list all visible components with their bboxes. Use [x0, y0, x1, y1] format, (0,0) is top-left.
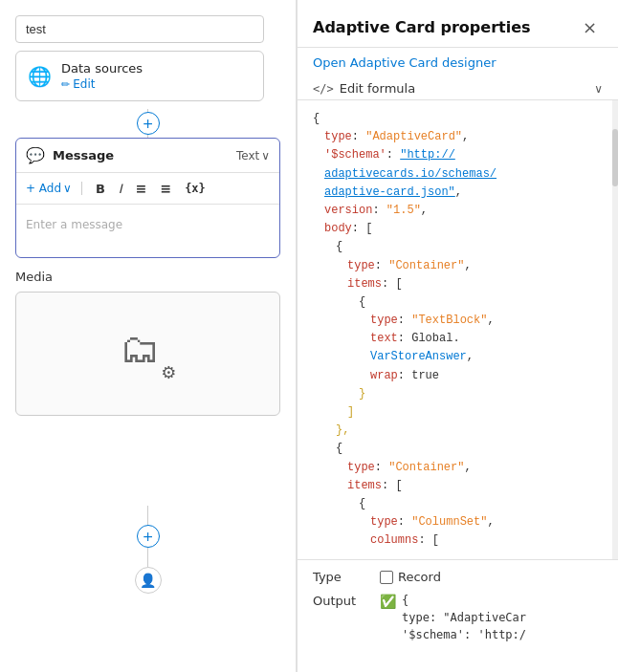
- add-circle-button-bottom[interactable]: +: [137, 525, 160, 548]
- code-line-16: }: [313, 385, 603, 403]
- text-label: Text: [236, 149, 259, 163]
- user-icon: 👤: [135, 567, 162, 594]
- pencil-icon: ✏️: [61, 78, 70, 91]
- message-placeholder: Enter a message: [26, 218, 122, 231]
- code-line-9: type: "Container",: [313, 257, 603, 275]
- code-line-8: {: [313, 238, 603, 256]
- record-badge: Record: [380, 570, 441, 584]
- code-line-23: type: "ColumnSet",: [313, 513, 603, 531]
- output-code-line3: '$schema': 'http:/: [402, 626, 526, 643]
- data-sources-label: Data sources: [61, 61, 143, 76]
- output-code-line1: {: [402, 592, 526, 609]
- dropdown-chevron-icon: ∨: [261, 149, 270, 163]
- bold-button[interactable]: B: [92, 180, 109, 198]
- top-connector-line: +: [0, 109, 296, 138]
- text-dropdown[interactable]: Text ∨: [236, 149, 270, 163]
- code-line-5: adaptive-card.json",: [313, 184, 603, 202]
- message-header: 💬 Message Text ∨: [16, 139, 279, 173]
- code-line-12: type: "TextBlock",: [313, 312, 603, 330]
- data-sources-box: 🌐 Data sources ✏️ Edit: [15, 51, 264, 101]
- edit-link[interactable]: ✏️ Edit: [61, 77, 143, 91]
- record-label: Record: [398, 570, 441, 584]
- toolbar-separator: [81, 182, 82, 195]
- data-sources-text: Data sources ✏️ Edit: [61, 61, 143, 91]
- scrollbar-track: [612, 100, 618, 559]
- designer-link[interactable]: Open Adaptive Card designer: [298, 48, 618, 77]
- formula-chevron-icon[interactable]: ∨: [594, 82, 603, 96]
- code-line-15: wrap: true: [313, 367, 603, 385]
- check-icon: ✅: [380, 594, 396, 609]
- code-button[interactable]: {x}: [181, 180, 210, 197]
- list-button[interactable]: ≡: [132, 179, 151, 198]
- type-row: Type Record: [313, 570, 603, 584]
- add-toolbar-button[interactable]: + Add ∨: [26, 182, 72, 195]
- add-label: + Add: [26, 182, 61, 195]
- code-line-1: {: [313, 110, 603, 128]
- code-line-22: {: [313, 495, 603, 513]
- search-input[interactable]: [15, 15, 264, 43]
- formula-label: Edit formula: [340, 81, 589, 96]
- edit-label: Edit: [73, 77, 95, 91]
- right-panel-header: Adaptive Card properties ×: [298, 0, 618, 48]
- bottom-connector: + 👤: [0, 427, 296, 672]
- add-circle-button-top[interactable]: +: [137, 112, 160, 135]
- media-box[interactable]: 🗂 ⚙: [15, 292, 280, 416]
- code-line-4: adaptivecards.io/schemas/: [313, 165, 603, 184]
- message-icon: 💬: [26, 146, 45, 164]
- code-line-19: {: [313, 440, 603, 458]
- close-button[interactable]: ×: [577, 15, 603, 39]
- output-label: Output: [313, 594, 370, 608]
- media-label: Media: [15, 270, 280, 284]
- code-line-17: ]: [313, 403, 603, 422]
- record-icon: [380, 571, 393, 584]
- message-toolbar: + Add ∨ B I ≡ ≡ {x}: [16, 173, 279, 205]
- right-panel-title: Adaptive Card properties: [313, 18, 577, 36]
- italic-button[interactable]: I: [115, 180, 126, 198]
- add-chevron-icon: ∨: [63, 182, 72, 195]
- scrollbar-thumb[interactable]: [612, 129, 618, 186]
- code-line-2: type: "AdaptiveCard",: [313, 128, 603, 146]
- gear-icon: ⚙: [161, 362, 176, 382]
- code-line-6: version: "1.5",: [313, 202, 603, 220]
- code-area[interactable]: { type: "AdaptiveCard", '$schema': "http…: [298, 100, 618, 559]
- bottom-panel: Type Record Output ✅ { type: "AdaptiveCa…: [298, 559, 618, 653]
- left-panel: 🌐 Data sources ✏️ Edit + 💬 Message Text …: [0, 0, 297, 672]
- output-code: { type: "AdaptiveCar '$schema': 'http:/: [402, 592, 526, 643]
- code-line-24: columns: [: [313, 531, 603, 550]
- code-line-14: VarStoreAnswer,: [313, 348, 603, 366]
- bottom-line2: [147, 548, 148, 567]
- output-code-line2: type: "AdaptiveCar: [402, 609, 526, 626]
- media-section: Media 🗂 ⚙: [0, 258, 296, 427]
- ordered-list-button[interactable]: ≡: [156, 179, 175, 198]
- media-card-icon: 🗂: [120, 325, 160, 372]
- code-line-11: {: [313, 293, 603, 312]
- globe-icon: 🌐: [28, 65, 52, 88]
- formula-bar: </> Edit formula ∨: [298, 77, 618, 100]
- formula-tag: </>: [313, 82, 334, 96]
- right-panel: Adaptive Card properties × Open Adaptive…: [297, 0, 618, 672]
- media-icon-stack: 🗂 ⚙: [120, 325, 177, 382]
- output-content: ✅ { type: "AdaptiveCar '$schema': 'http:…: [380, 592, 526, 643]
- code-line-3: '$schema': "http://: [313, 146, 603, 164]
- code-line-21: items: [: [313, 477, 603, 495]
- code-line-13: text: Global.: [313, 330, 603, 348]
- bottom-line: [147, 506, 148, 525]
- message-card: 💬 Message Text ∨ + Add ∨ B I ≡ ≡ {x} Ent…: [15, 138, 280, 258]
- code-line-18: },: [313, 422, 603, 440]
- type-label: Type: [313, 570, 370, 584]
- output-row: Output ✅ { type: "AdaptiveCar '$schema':…: [313, 592, 603, 643]
- message-input-area[interactable]: Enter a message: [16, 205, 279, 257]
- code-line-20: type: "Container",: [313, 459, 603, 477]
- code-line-7: body: [: [313, 220, 603, 238]
- left-top-section: 🌐 Data sources ✏️ Edit: [0, 0, 296, 109]
- code-line-10: items: [: [313, 275, 603, 293]
- message-title: Message: [53, 148, 229, 163]
